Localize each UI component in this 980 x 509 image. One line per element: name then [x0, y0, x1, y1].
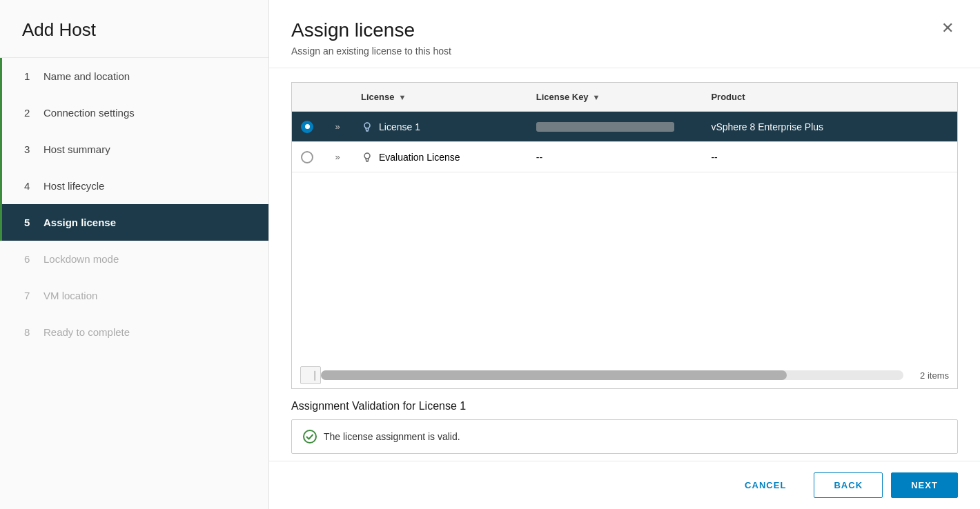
sidebar-step-3[interactable]: 3 Host summary: [0, 131, 268, 168]
validation-box: The license assignment is valid.: [291, 419, 958, 454]
step-label-4: Host lifecycle: [43, 180, 104, 192]
license-name: Evaluation License: [379, 152, 460, 163]
step-num-3: 3: [24, 143, 35, 155]
svg-point-0: [364, 123, 370, 128]
horizontal-scrollbar[interactable]: [321, 370, 903, 380]
td-expand[interactable]: »: [322, 121, 353, 132]
th-product-label: Product: [711, 92, 745, 102]
step-label-5: Assign license: [43, 217, 116, 228]
column-picker-button[interactable]: ⎹: [300, 366, 321, 384]
valid-icon: [303, 430, 317, 443]
lickey-sort-icon[interactable]: ▼: [593, 93, 600, 101]
sidebar-step-2[interactable]: 2 Connection settings: [0, 94, 268, 131]
step-label-6: Lockdown mode: [43, 253, 119, 265]
license-key-value: --: [536, 152, 542, 163]
table-body: » License 1 vSphere 8 Enterprise Plus » …: [292, 112, 957, 362]
th-lickey-label: License Key: [536, 92, 589, 102]
sidebar-step-5[interactable]: 5 Assign license: [0, 204, 268, 241]
next-button[interactable]: NEXT: [891, 472, 958, 498]
th-product: Product: [703, 85, 957, 109]
step-label-2: Connection settings: [43, 107, 135, 119]
svg-point-2: [304, 430, 316, 443]
svg-point-1: [364, 153, 370, 159]
column-picker-icon: ⎹: [306, 370, 315, 381]
th-license: License ▼: [353, 85, 528, 109]
items-count: 2 items: [920, 370, 949, 381]
sidebar-step-4[interactable]: 4 Host lifecycle: [0, 168, 268, 204]
sidebar-title: Add Host: [0, 0, 268, 58]
th-license-label: License: [361, 92, 394, 102]
main-title: Assign license: [291, 19, 451, 41]
sidebar: Add Host 1 Name and location 2 Connectio…: [0, 0, 269, 509]
main-panel: Assign license Assign an existing licens…: [269, 0, 980, 509]
table-row[interactable]: » Evaluation License -- --: [292, 142, 957, 172]
step-label-8: Ready to complete: [43, 326, 130, 338]
product-value: vSphere 8 Enterprise Plus: [711, 121, 823, 132]
step-num-7: 7: [24, 290, 35, 301]
license-table: License ▼ License Key ▼ Product »: [291, 82, 958, 362]
td-expand[interactable]: »: [322, 152, 353, 162]
main-header: Assign license Assign an existing licens…: [269, 0, 980, 68]
sidebar-step-1[interactable]: 1 Name and location: [0, 58, 268, 94]
radio-selected: [301, 121, 313, 133]
dialog-footer: CANCEL BACK NEXT: [269, 461, 980, 509]
step-num-8: 8: [24, 326, 35, 338]
step-num-1: 1: [24, 70, 35, 82]
td-lickey: [528, 117, 703, 137]
step-num-5: 5: [24, 217, 35, 228]
scrollbar-thumb: [321, 370, 787, 380]
license-icon: [361, 121, 373, 133]
add-host-dialog: Add Host 1 Name and location 2 Connectio…: [0, 0, 980, 509]
step-label-7: VM location: [43, 290, 97, 301]
td-radio[interactable]: [292, 151, 322, 163]
step-num-6: 6: [24, 253, 35, 265]
back-button[interactable]: BACK: [814, 472, 883, 498]
table-footer: ⎹ 2 items: [291, 362, 958, 389]
td-license: License 1: [353, 115, 528, 139]
td-license: Evaluation License: [353, 146, 528, 169]
td-radio[interactable]: [292, 121, 322, 133]
th-lickey: License Key ▼: [528, 85, 703, 109]
license-sort-icon[interactable]: ▼: [398, 93, 406, 101]
table-row[interactable]: » License 1 vSphere 8 Enterprise Plus: [292, 112, 957, 142]
td-lickey: --: [528, 146, 703, 168]
step-label-3: Host summary: [43, 143, 110, 155]
td-product: --: [703, 146, 957, 168]
main-subtitle: Assign an existing license to this host: [291, 46, 451, 57]
step-num-4: 4: [24, 180, 35, 192]
sidebar-step-6: 6 Lockdown mode: [0, 241, 268, 277]
expand-chevron-icon: »: [335, 152, 340, 162]
sidebar-step-8: 8 Ready to complete: [0, 314, 268, 350]
license-name: License 1: [379, 121, 420, 132]
license-table-container: License ▼ License Key ▼ Product »: [269, 68, 980, 389]
close-button[interactable]: ✕: [937, 19, 958, 37]
main-title-area: Assign license Assign an existing licens…: [291, 19, 451, 57]
license-icon: [361, 151, 373, 163]
validation-title: Assignment Validation for License 1: [291, 400, 958, 412]
cancel-button[interactable]: CANCEL: [725, 473, 805, 497]
validation-message: The license assignment is valid.: [324, 431, 460, 442]
step-num-2: 2: [24, 107, 35, 119]
license-key-blurred: [536, 122, 674, 132]
validation-section: Assignment Validation for License 1 The …: [269, 389, 980, 461]
sidebar-step-7: 7 VM location: [0, 277, 268, 314]
product-value: --: [711, 152, 717, 163]
sidebar-steps: 1 Name and location 2 Connection setting…: [0, 58, 268, 509]
radio-unselected: [301, 151, 313, 163]
table-header: License ▼ License Key ▼ Product: [292, 83, 957, 112]
expand-chevron-icon: »: [335, 121, 340, 132]
td-product: vSphere 8 Enterprise Plus: [703, 116, 957, 138]
step-label-1: Name and location: [43, 70, 130, 82]
